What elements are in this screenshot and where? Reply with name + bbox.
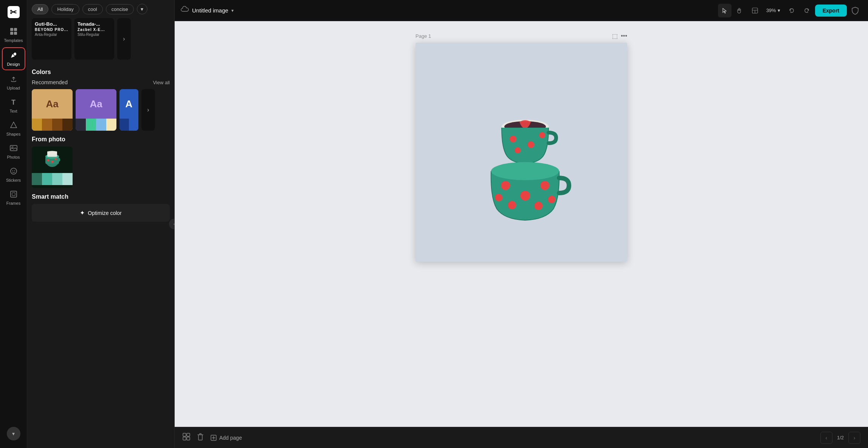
page-next-btn[interactable]: ›: [848, 432, 860, 444]
svg-text:T: T: [11, 99, 16, 106]
page-label-row: Page 1 ⬚ •••: [415, 32, 627, 40]
expand-icon[interactable]: ⬚: [612, 32, 618, 40]
sidebar-item-frames-label: Frames: [6, 201, 20, 205]
view-all-button[interactable]: View all: [153, 80, 170, 85]
colors-header: Recommended View all: [32, 79, 170, 85]
filter-concise-btn[interactable]: concise: [106, 4, 134, 14]
filter-more-btn[interactable]: ▾: [137, 4, 147, 14]
select-tool-btn[interactable]: [718, 4, 732, 17]
color-card-0[interactable]: Aa: [32, 89, 73, 131]
templates-icon: [9, 27, 18, 37]
cloud-save-icon: [181, 6, 189, 15]
color-cards-next-btn[interactable]: ›: [141, 89, 155, 131]
svg-rect-38: [183, 433, 186, 436]
filter-cool-btn[interactable]: cool: [82, 4, 103, 14]
svg-point-30: [491, 162, 559, 180]
from-photo-row: [32, 147, 170, 188]
canvas-page: [415, 43, 627, 262]
color-card-2[interactable]: A: [119, 89, 138, 131]
add-page-btn[interactable]: Add page: [210, 434, 242, 441]
filter-all-btn[interactable]: All: [32, 4, 48, 14]
svg-point-34: [508, 201, 516, 209]
design-panel: All Holiday cool concise ▾ Guti-Bo... BE…: [27, 0, 175, 448]
sidebar-item-text-label: Text: [9, 109, 17, 113]
canvas-content: [450, 69, 593, 235]
undo-btn[interactable]: [785, 4, 798, 17]
sidebar-item-templates[interactable]: Templates: [2, 24, 25, 46]
design-icon: [9, 51, 18, 60]
filter-bar: All Holiday cool concise ▾: [27, 0, 174, 18]
color-cards-row: Aa Aa: [32, 89, 170, 131]
svg-text:✂: ✂: [10, 8, 17, 17]
font-card-1-name2: Zacbel X-E...: [78, 28, 105, 32]
font-cards-row: Guti-Bo... BEYOND PRO... Anta-Regular Te…: [27, 18, 174, 64]
page-counter: 1/2: [837, 435, 844, 440]
page-prev-btn[interactable]: ‹: [820, 432, 832, 444]
layout-tool-btn[interactable]: [748, 4, 762, 17]
header-left: Untitled image ▾: [181, 6, 234, 15]
color-card-1[interactable]: Aa: [76, 89, 116, 131]
font-cards-next-btn[interactable]: ›: [117, 18, 131, 60]
font-card-1-name3: Stilu-Regular: [78, 32, 105, 37]
svg-rect-5: [14, 32, 17, 35]
stickers-icon: [9, 167, 18, 176]
zoom-control[interactable]: 39% ▾: [763, 4, 783, 17]
shield-icon[interactable]: [848, 4, 862, 17]
svg-point-21: [55, 158, 57, 160]
sidebar-item-frames[interactable]: Frames: [2, 187, 25, 209]
svg-rect-14: [12, 193, 15, 196]
font-card-0[interactable]: Guti-Bo... BEYOND PRO... Anta-Regular: [32, 18, 71, 60]
sidebar-item-shapes-label: Shapes: [6, 132, 20, 136]
sidebar-item-shapes[interactable]: Shapes: [2, 118, 25, 139]
export-button[interactable]: Export: [815, 5, 847, 17]
optimize-color-btn[interactable]: ✦ Optimize color: [32, 204, 170, 222]
svg-point-10: [11, 168, 17, 174]
photos-icon: [9, 144, 18, 153]
font-card-1-name1: Tenada-...: [78, 21, 105, 27]
sidebar-item-stickers[interactable]: Stickers: [2, 164, 25, 185]
sidebar-item-upload[interactable]: Upload: [2, 72, 25, 93]
page-label-actions: ⬚ •••: [612, 32, 627, 40]
sidebar-item-photos[interactable]: Photos: [2, 141, 25, 162]
page-nav: ‹ 1/2 ›: [820, 432, 860, 444]
from-photo-title: From photo: [32, 136, 170, 143]
chevron-right-icon: ›: [854, 435, 856, 441]
title-dropdown-btn[interactable]: ▾: [231, 8, 234, 13]
svg-rect-4: [10, 32, 13, 35]
svg-point-12: [14, 170, 15, 171]
from-photo-swatches: [32, 173, 73, 185]
svg-point-33: [540, 181, 549, 190]
text-icon: T: [9, 98, 18, 107]
svg-point-32: [520, 191, 530, 201]
canvas-wrapper: Page 1 ⬚ •••: [175, 21, 868, 427]
svg-point-31: [501, 181, 510, 190]
chevron-right-icon: ›: [123, 36, 125, 42]
logo[interactable]: ✂: [6, 5, 21, 20]
add-element-btn[interactable]: [182, 433, 191, 443]
sidebar-item-text[interactable]: T Text: [2, 95, 25, 116]
svg-point-27: [527, 141, 534, 148]
header-tools: 39% ▾ Export: [718, 4, 862, 17]
svg-rect-40: [183, 437, 186, 440]
zoom-dropdown-icon: ▾: [778, 8, 780, 13]
svg-point-19: [47, 159, 49, 161]
sidebar-item-design[interactable]: Design: [2, 47, 25, 70]
delete-btn[interactable]: [197, 433, 204, 443]
font-card-1[interactable]: Tenada-... Zacbel X-E... Stilu-Regular: [74, 18, 114, 60]
optimize-color-label: Optimize color: [88, 210, 121, 216]
sidebar-collapse-btn[interactable]: ▾: [7, 427, 20, 440]
from-photo-preview: [32, 147, 73, 173]
redo-btn[interactable]: [800, 4, 814, 17]
filter-holiday-btn[interactable]: Holiday: [51, 4, 79, 14]
color-card-0-text: Aa: [46, 98, 58, 110]
bottom-bar: Add page ‹ 1/2 ›: [175, 427, 868, 448]
recommended-label: Recommended: [32, 79, 68, 85]
zoom-value: 39%: [766, 8, 776, 13]
svg-marker-7: [11, 122, 17, 128]
svg-point-36: [495, 194, 502, 201]
page-label: Page 1: [415, 33, 431, 39]
from-photo-card[interactable]: [32, 147, 73, 188]
hand-tool-btn[interactable]: [733, 4, 747, 17]
more-options-icon[interactable]: •••: [621, 32, 627, 40]
add-page-label: Add page: [219, 435, 242, 441]
